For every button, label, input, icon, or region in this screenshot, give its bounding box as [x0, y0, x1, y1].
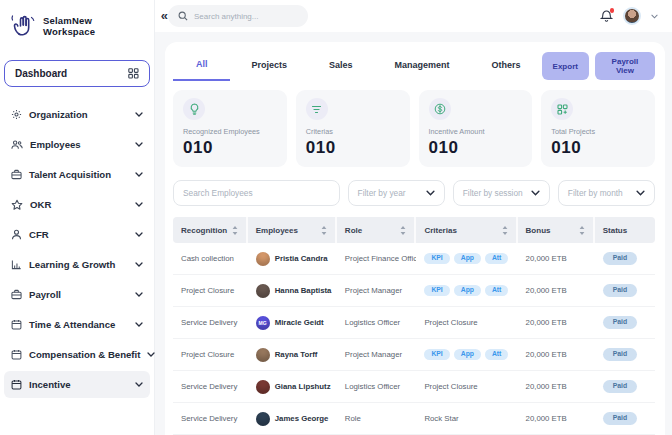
sidebar-item-dashboard[interactable]: Dashboard	[4, 60, 150, 87]
role-cell: Project Finance Officer	[337, 254, 417, 263]
sidebar-item-label: Incentive	[29, 379, 128, 390]
bonus-cell: 20,000 ETB	[518, 254, 595, 263]
chevron-down-icon	[135, 172, 143, 177]
global-search[interactable]	[168, 5, 308, 27]
role-cell: Project Manager	[337, 350, 417, 359]
sidebar-item-employees[interactable]: Employees	[4, 131, 150, 158]
incentive-table: Recognition Employees Role Criterias Bon…	[173, 217, 655, 435]
sidebar-item-compensation-benefit[interactable]: Compensation & Benefit	[4, 341, 150, 368]
dollar-icon	[434, 103, 446, 115]
sidebar-item-incentive[interactable]: Incentive	[4, 371, 150, 398]
employee-name: Rayna Torff	[275, 350, 318, 359]
sidebar-item-label: CFR	[29, 229, 128, 240]
sidebar-item-cfr[interactable]: CFR	[4, 221, 150, 248]
sort-icon[interactable]	[400, 226, 406, 235]
tab-others[interactable]: Others	[471, 52, 542, 80]
sidebar-item-label: OKR	[30, 199, 128, 210]
chevron-down-icon	[636, 190, 645, 196]
employee-name: Giana Lipshutz	[275, 382, 331, 391]
tab-management[interactable]: Management	[374, 52, 471, 80]
chevron-down-icon	[135, 142, 143, 147]
criteria-badge: App	[454, 285, 481, 297]
status-badge[interactable]: Paid	[603, 412, 637, 425]
sidebar-item-label: Payroll	[29, 289, 128, 300]
tab-all[interactable]: All	[173, 51, 230, 81]
recognition-cell: Service Delivery	[173, 318, 248, 327]
criteria-text: Project Closure	[416, 318, 517, 327]
sidebar-item-label: Time & Attendance	[29, 319, 128, 330]
table-row[interactable]: Service Delivery James George Role Rock …	[173, 403, 655, 435]
table-row[interactable]: Project Closure Hanna Baptista Project M…	[173, 275, 655, 307]
chevron-down-icon	[531, 190, 540, 196]
notifications-bell-icon[interactable]	[600, 9, 613, 23]
filter-by-year-dropdown[interactable]: Filter by year	[348, 180, 445, 206]
sidebar-item-label: Organization	[29, 109, 128, 120]
criteria-badge: Att	[485, 285, 508, 297]
calendar-icon	[11, 349, 22, 360]
criteria-badge: App	[454, 349, 481, 361]
gear-icon	[11, 109, 22, 120]
star-icon	[11, 199, 23, 211]
employee-name: Miracle Geidt	[275, 318, 324, 327]
criteria-badge: KPI	[424, 253, 449, 265]
recognition-cell: Project Closure	[173, 350, 248, 359]
sidebar-item-label: Learning & Growth	[29, 259, 128, 270]
recognition-cell: Project Closure	[173, 286, 248, 295]
recognition-cell: Service Delivery	[173, 414, 248, 423]
role-cell: Role	[337, 414, 417, 423]
sidebar-item-learning-growth[interactable]: Learning & Growth	[4, 251, 150, 278]
calendar-icon	[11, 319, 22, 330]
sort-icon[interactable]	[232, 226, 238, 235]
collapse-sidebar-icon[interactable]: «	[161, 8, 168, 23]
sidebar-item-organization[interactable]: Organization	[4, 101, 150, 128]
sort-icon[interactable]	[502, 226, 508, 235]
sidebar-item-payroll[interactable]: Payroll	[4, 281, 150, 308]
status-badge[interactable]: Paid	[603, 348, 637, 361]
export-button[interactable]: Export	[542, 52, 589, 80]
filter-by-session-dropdown[interactable]: Filter by session	[453, 180, 550, 206]
stat-label: Total Projects	[551, 127, 645, 136]
chevron-down-icon	[135, 262, 143, 267]
status-badge[interactable]: Paid	[603, 252, 637, 265]
criteria-text: Project Closure	[416, 382, 517, 391]
bonus-cell: 20,000 ETB	[518, 318, 595, 327]
criteria-badge: Att	[485, 253, 508, 265]
search-employees-field[interactable]	[173, 180, 340, 206]
chevron-down-icon	[147, 352, 155, 357]
sort-icon[interactable]	[579, 226, 585, 235]
user-avatar[interactable]	[623, 7, 641, 25]
chevron-down-icon[interactable]	[651, 14, 658, 19]
col-employees: Employees	[256, 226, 298, 235]
table-row[interactable]: Project Closure Rayna Torff Project Mana…	[173, 339, 655, 371]
status-badge[interactable]: Paid	[603, 284, 637, 297]
table-row[interactable]: Service Delivery Giana Lipshutz Logistic…	[173, 371, 655, 403]
stat-value: 010	[551, 138, 645, 158]
workarea: All Projects Sales Management Others Exp…	[155, 32, 672, 435]
table-row[interactable]: Service Delivery MG Miracle Geidt Logist…	[173, 307, 655, 339]
col-bonus: Bonus	[526, 226, 551, 235]
criteria-badge: Att	[485, 349, 508, 361]
status-badge[interactable]: Paid	[603, 316, 637, 329]
sidebar-item-time-attendance[interactable]: Time & Attendance	[4, 311, 150, 338]
payroll-view-button[interactable]: Payroll View	[595, 52, 655, 80]
sort-icon[interactable]	[321, 226, 327, 235]
sidebar-item-talent-acquisition[interactable]: Talent Acquisition	[4, 161, 150, 188]
sidebar-item-okr[interactable]: OKR	[4, 191, 150, 218]
stat-card-criterias: Criterias 010	[296, 90, 410, 167]
stat-card-recognized-employees: Recognized Employees 010	[173, 90, 287, 167]
filter-by-month-dropdown[interactable]: Filter by month	[558, 180, 655, 206]
notification-dot	[610, 8, 615, 13]
col-criterias: Criterias	[424, 226, 456, 235]
status-badge[interactable]: Paid	[603, 380, 637, 393]
tab-sales[interactable]: Sales	[308, 52, 374, 80]
tab-projects[interactable]: Projects	[230, 52, 308, 80]
sidebar-nav: Organization Employees Talent Acquisitio…	[4, 101, 150, 401]
chevron-down-icon	[135, 112, 143, 117]
search-employees-input[interactable]	[183, 188, 330, 198]
search-input[interactable]	[194, 12, 294, 21]
grid-icon	[128, 68, 139, 79]
employee-name: James George	[275, 414, 329, 423]
table-row[interactable]: Cash collection Pristia Candra Project F…	[173, 243, 655, 275]
content-panel: All Projects Sales Management Others Exp…	[165, 42, 665, 435]
criteria-badge: KPI	[424, 349, 449, 361]
